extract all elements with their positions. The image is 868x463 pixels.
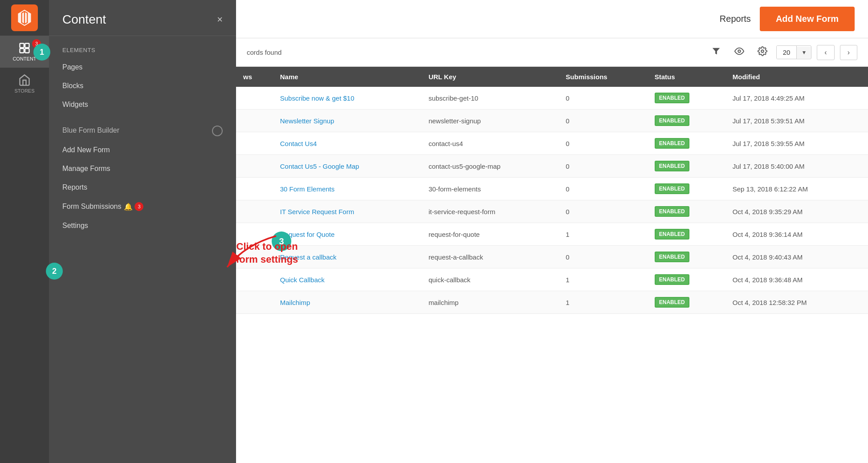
magento-logo[interactable]	[11, 4, 38, 31]
cell-modified: Jul 17, 2018 5:39:55 AM	[725, 132, 868, 155]
sidebar-item-settings[interactable]: Settings	[49, 216, 236, 235]
cell-ws	[236, 268, 273, 291]
form-name-link[interactable]: Contact Us4	[280, 140, 317, 147]
cell-submissions: 0	[558, 178, 647, 200]
sidebar-close-button[interactable]: ×	[217, 14, 223, 25]
cell-submissions: 0	[558, 246, 647, 268]
app-wrapper: 1 2 3 Click to open form settings 3	[0, 0, 868, 463]
table-row: Contact Us5 - Google Mapcontact-us5-goog…	[236, 155, 868, 178]
sidebar-item-widgets[interactable]: Widgets	[49, 95, 236, 114]
cell-modified: Sep 13, 2018 6:12:22 AM	[725, 178, 868, 200]
next-page-button[interactable]: ›	[840, 45, 857, 60]
sidebar-item-manage-forms[interactable]: Manage Forms	[49, 159, 236, 178]
cell-status: ENABLED	[648, 268, 725, 291]
sidebar-title: Content	[62, 12, 106, 27]
svg-rect-1	[20, 44, 24, 48]
form-name-link[interactable]: Subscribe now & get $10	[280, 94, 355, 102]
cell-status: ENABLED	[648, 87, 725, 110]
cell-submissions: 0	[558, 87, 647, 110]
form-name-link[interactable]: Mailchimp	[280, 299, 310, 306]
settings-button[interactable]	[754, 45, 771, 60]
sidebar-item-reports[interactable]: Reports	[49, 178, 236, 197]
form-name-link[interactable]: Quick Callback	[280, 276, 325, 284]
per-page-dropdown-arrow[interactable]: ▼	[797, 47, 811, 58]
form-name-link[interactable]: Contact Us5 - Google Map	[280, 162, 359, 170]
cell-name: Quick Callback	[273, 268, 421, 291]
cell-submissions: 0	[558, 155, 647, 178]
cell-urlkey: request-a-callback	[421, 246, 558, 268]
submissions-badge-count: 3	[134, 202, 143, 211]
cell-modified: Oct 4, 2018 12:58:32 PM	[725, 291, 868, 314]
status-badge: ENABLED	[655, 297, 689, 308]
cell-name: Subscribe now & get $10	[273, 87, 421, 110]
filter-button[interactable]	[708, 45, 725, 60]
sidebar: Content × Elements Pages Blocks Widgets …	[49, 0, 236, 463]
sidebar-item-stores[interactable]: STORES	[0, 68, 49, 100]
logo-svg	[16, 9, 33, 27]
cell-ws	[236, 291, 273, 314]
cell-urlkey: mailchimp	[421, 291, 558, 314]
col-urlkey: URL Key	[421, 67, 558, 87]
cell-status: ENABLED	[648, 155, 725, 178]
cell-submissions: 1	[558, 291, 647, 314]
cell-urlkey: contact-us5-google-map	[421, 155, 558, 178]
cell-urlkey: subscribe-get-10	[421, 87, 558, 110]
cell-status: ENABLED	[648, 178, 725, 200]
cell-urlkey: quick-callback	[421, 268, 558, 291]
cell-name: Contact Us5 - Google Map	[273, 155, 421, 178]
cell-ws	[236, 178, 273, 200]
cell-submissions: 0	[558, 200, 647, 223]
status-badge: ENABLED	[655, 115, 689, 126]
status-badge: ENABLED	[655, 229, 689, 240]
cell-urlkey: it-service-request-form	[421, 200, 558, 223]
records-controls: 20 ▼ ‹ ›	[708, 45, 857, 60]
status-badge: ENABLED	[655, 252, 689, 262]
prev-page-button[interactable]: ‹	[817, 45, 834, 60]
sidebar-item-blocks[interactable]: Blocks	[49, 77, 236, 95]
top-bar: Reports Add New Form	[236, 0, 868, 38]
stores-label: STORES	[14, 88, 34, 93]
cell-modified: Jul 17, 2018 5:39:51 AM	[725, 110, 868, 132]
cell-modified: Oct 4, 2018 9:40:43 AM	[725, 246, 868, 268]
table-header-row: ws Name URL Key Submissions Status Modif…	[236, 67, 868, 87]
cell-status: ENABLED	[648, 291, 725, 314]
cell-name: Request a callback	[273, 246, 421, 268]
blue-form-builder-label: Blue Form Builder	[62, 126, 212, 134]
sidebar-header: Content ×	[49, 0, 236, 36]
cell-modified: Oct 4, 2018 9:36:48 AM	[725, 268, 868, 291]
cell-name: Mailchimp	[273, 291, 421, 314]
cell-urlkey: 30-form-elements	[421, 178, 558, 200]
table-row: Mailchimpmailchimp1ENABLEDOct 4, 2018 12…	[236, 291, 868, 314]
sidebar-item-add-new-form[interactable]: Add New Form	[49, 141, 236, 159]
status-badge: ENABLED	[655, 183, 689, 194]
sidebar-item-pages[interactable]: Pages	[49, 58, 236, 77]
table-row: Quick Callbackquick-callback1ENABLEDOct …	[236, 268, 868, 291]
per-page-value: 20	[777, 46, 797, 59]
form-name-link[interactable]: Request a callback	[280, 253, 337, 261]
step-2-badge: 2	[46, 263, 63, 280]
form-name-link[interactable]: IT Service Request Form	[280, 208, 354, 215]
table-row: Subscribe now & get $10subscribe-get-100…	[236, 87, 868, 110]
cell-urlkey: contact-us4	[421, 132, 558, 155]
status-badge: ENABLED	[655, 93, 689, 103]
section-toggle[interactable]	[212, 126, 223, 136]
per-page-selector[interactable]: 20 ▼	[776, 45, 812, 59]
status-badge: ENABLED	[655, 206, 689, 217]
sidebar-item-form-submissions[interactable]: Form Submissions 🔔 3	[49, 197, 236, 216]
status-badge: ENABLED	[655, 161, 689, 171]
cell-name: IT Service Request Form	[273, 200, 421, 223]
form-submissions-badge: 🔔 3	[124, 202, 143, 211]
add-new-form-button[interactable]: Add New Form	[760, 7, 855, 31]
form-name-link[interactable]: Newsletter Signup	[280, 117, 334, 125]
table-body: Subscribe now & get $10subscribe-get-100…	[236, 87, 868, 314]
svg-point-5	[738, 50, 741, 53]
table-row: IT Service Request Formit-service-reques…	[236, 200, 868, 223]
cell-ws	[236, 132, 273, 155]
cell-modified: Jul 17, 2018 5:40:00 AM	[725, 155, 868, 178]
visibility-button[interactable]	[730, 45, 749, 60]
reports-button[interactable]: Reports	[720, 14, 751, 24]
cell-modified: Jul 17, 2018 4:49:25 AM	[725, 87, 868, 110]
form-name-link[interactable]: 30 Form Elements	[280, 185, 335, 193]
table-row: Request a callbackrequest-a-callback0ENA…	[236, 246, 868, 268]
icon-bar: 3 CONTENT STORES	[0, 0, 49, 463]
